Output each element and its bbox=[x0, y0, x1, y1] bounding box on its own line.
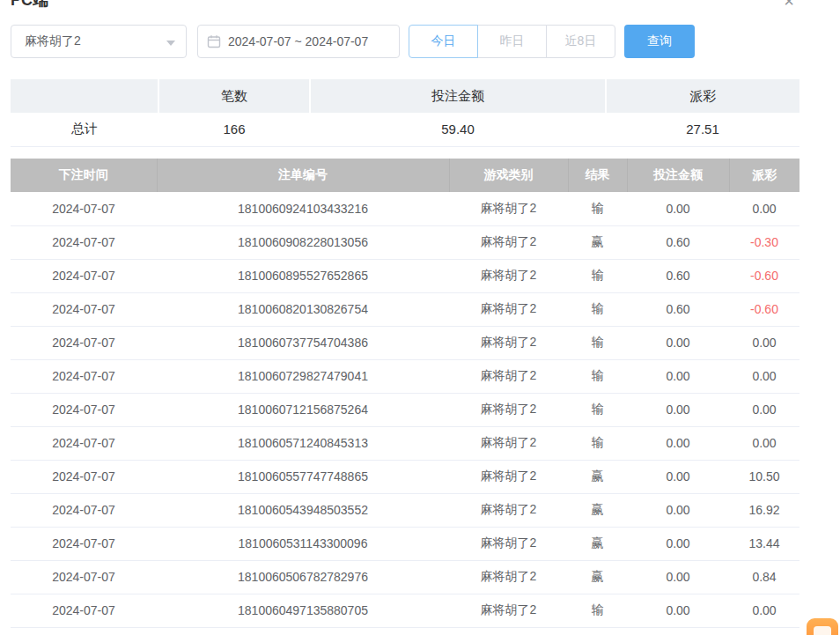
summary-header-row: 笔数 投注金额 派彩 bbox=[11, 79, 799, 113]
order-id-cell: 1810060506782782976 bbox=[157, 560, 449, 594]
bet-amount-cell: 0.00 bbox=[627, 493, 729, 527]
game-select-value: 麻将胡了2 bbox=[25, 33, 81, 49]
game-select[interactable]: 麻将胡了2 bbox=[11, 25, 187, 58]
order-id-cell: 1810060729827479041 bbox=[157, 359, 449, 393]
yesterday-button[interactable]: 昨日 bbox=[477, 25, 547, 58]
bet-time-cell: 2024-07-07 bbox=[11, 192, 157, 225]
game-type-cell: 麻将胡了2 bbox=[449, 460, 568, 493]
result-cell: 输 bbox=[568, 594, 627, 627]
table-row: 2024-07-071810060737754704386麻将胡了2输0.000… bbox=[11, 326, 799, 359]
result-cell: 输 bbox=[568, 192, 627, 225]
filter-bar: 麻将胡了2 2024-07-07 ~ 2024-07-07 今日 昨日 近8日 … bbox=[11, 25, 695, 58]
bet-records-panel: PC端 × 麻将胡了2 2024-07-07 ~ 2024-07-07 今日 昨… bbox=[0, 0, 840, 635]
search-button[interactable]: 查询 bbox=[624, 25, 695, 58]
bet-time-cell: 2024-07-07 bbox=[11, 426, 157, 460]
last8days-button[interactable]: 近8日 bbox=[546, 25, 615, 58]
result-cell: 输 bbox=[568, 259, 627, 292]
bet-time-cell: 2024-07-07 bbox=[11, 326, 157, 359]
summary-header-blank bbox=[11, 79, 158, 113]
summary-header-bet-amount: 投注金额 bbox=[310, 79, 606, 113]
table-row: 2024-07-071810060820130826754麻将胡了2输0.60-… bbox=[11, 292, 799, 326]
header-game-type: 游戏类别 bbox=[449, 159, 568, 192]
bet-time-cell: 2024-07-07 bbox=[11, 527, 157, 560]
close-icon[interactable]: × bbox=[784, 0, 794, 10]
bet-table-body: 2024-07-071810060924103433216麻将胡了2输0.000… bbox=[11, 192, 799, 627]
payout-cell: 0.00 bbox=[729, 393, 799, 426]
payout-cell: 0.00 bbox=[729, 192, 799, 225]
bet-amount-cell: 0.00 bbox=[627, 393, 729, 426]
payout-cell: -0.60 bbox=[729, 292, 799, 326]
customer-service-float-icon[interactable] bbox=[807, 618, 838, 635]
table-row: 2024-07-071810060531143300096麻将胡了2赢0.001… bbox=[11, 527, 799, 560]
table-row: 2024-07-071810060571240845313麻将胡了2输0.000… bbox=[11, 426, 799, 460]
result-cell: 输 bbox=[568, 292, 627, 326]
summary-total-bet-amount: 59.40 bbox=[310, 113, 606, 146]
summary-total-count: 166 bbox=[158, 113, 310, 146]
result-cell: 输 bbox=[568, 426, 627, 460]
table-row: 2024-07-071810060506782782976麻将胡了2赢0.000… bbox=[11, 560, 799, 594]
table-row: 2024-07-071810060497135880705麻将胡了2输0.000… bbox=[11, 594, 799, 627]
bet-time-cell: 2024-07-07 bbox=[11, 225, 157, 259]
game-type-cell: 麻将胡了2 bbox=[449, 393, 568, 426]
table-row: 2024-07-071810060543948503552麻将胡了2赢0.001… bbox=[11, 493, 799, 527]
game-type-cell: 麻将胡了2 bbox=[449, 560, 568, 594]
game-type-cell: 麻将胡了2 bbox=[449, 326, 568, 359]
bet-table-header-row: 下注时间 注单编号 游戏类别 结果 投注金额 派彩 bbox=[11, 159, 799, 192]
header-bet-time: 下注时间 bbox=[11, 159, 157, 192]
summary-total-payout: 27.51 bbox=[606, 113, 799, 146]
bet-amount-cell: 0.00 bbox=[627, 359, 729, 393]
result-cell: 赢 bbox=[568, 225, 627, 259]
today-button[interactable]: 今日 bbox=[409, 25, 478, 58]
result-cell: 输 bbox=[568, 326, 627, 359]
payout-cell: 0.00 bbox=[729, 359, 799, 393]
payout-cell: 16.92 bbox=[729, 493, 799, 527]
date-range-value: 2024-07-07 ~ 2024-07-07 bbox=[228, 34, 368, 48]
table-row: 2024-07-071810060895527652865麻将胡了2输0.60-… bbox=[11, 259, 799, 292]
table-row: 2024-07-071810060729827479041麻将胡了2输0.000… bbox=[11, 359, 799, 393]
game-type-cell: 麻将胡了2 bbox=[449, 493, 568, 527]
summary-total-label: 总计 bbox=[11, 113, 158, 146]
summary-total-row: 总计 166 59.40 27.51 bbox=[11, 113, 799, 146]
table-row: 2024-07-071810060924103433216麻将胡了2输0.000… bbox=[11, 192, 799, 225]
summary-header-payout: 派彩 bbox=[606, 79, 799, 113]
summary-table: 笔数 投注金额 派彩 总计 166 59.40 27.51 bbox=[11, 79, 799, 147]
date-range-picker[interactable]: 2024-07-07 ~ 2024-07-07 bbox=[197, 25, 400, 58]
order-id-cell: 1810060712156875264 bbox=[157, 393, 449, 426]
bet-amount-cell: 0.00 bbox=[627, 426, 729, 460]
result-cell: 输 bbox=[568, 393, 627, 426]
header-bet-amount: 投注金额 bbox=[627, 159, 729, 192]
bet-amount-cell: 0.00 bbox=[627, 192, 729, 225]
result-cell: 赢 bbox=[568, 527, 627, 560]
bet-time-cell: 2024-07-07 bbox=[11, 359, 157, 393]
bet-time-cell: 2024-07-07 bbox=[11, 560, 157, 594]
bet-amount-cell: 0.00 bbox=[627, 594, 729, 627]
order-id-cell: 1810060497135880705 bbox=[157, 594, 449, 627]
bet-time-cell: 2024-07-07 bbox=[11, 493, 157, 527]
order-id-cell: 1810060895527652865 bbox=[157, 259, 449, 292]
order-id-cell: 1810060557747748865 bbox=[157, 460, 449, 493]
calendar-icon bbox=[207, 34, 221, 48]
result-cell: 赢 bbox=[568, 560, 627, 594]
bet-time-cell: 2024-07-07 bbox=[11, 594, 157, 627]
bet-amount-cell: 0.60 bbox=[627, 292, 729, 326]
payout-cell: 0.00 bbox=[729, 426, 799, 460]
payout-cell: 10.50 bbox=[729, 460, 799, 493]
game-type-cell: 麻将胡了2 bbox=[449, 225, 568, 259]
bet-amount-cell: 0.00 bbox=[627, 560, 729, 594]
order-id-cell: 1810060737754704386 bbox=[157, 326, 449, 359]
bet-amount-cell: 0.00 bbox=[627, 527, 729, 560]
payout-cell: -0.30 bbox=[729, 225, 799, 259]
bet-time-cell: 2024-07-07 bbox=[11, 292, 157, 326]
bet-amount-cell: 0.00 bbox=[627, 326, 729, 359]
game-type-cell: 麻将胡了2 bbox=[449, 426, 568, 460]
game-type-cell: 麻将胡了2 bbox=[449, 259, 568, 292]
payout-cell: 0.00 bbox=[729, 326, 799, 359]
page-title: PC端 bbox=[11, 0, 48, 11]
result-cell: 输 bbox=[568, 359, 627, 393]
order-id-cell: 1810060571240845313 bbox=[157, 426, 449, 460]
table-row: 2024-07-071810060908228013056麻将胡了2赢0.60-… bbox=[11, 225, 799, 259]
payout-cell: 0.00 bbox=[729, 594, 799, 627]
summary-header-count: 笔数 bbox=[158, 79, 310, 113]
table-row: 2024-07-071810060712156875264麻将胡了2输0.000… bbox=[11, 393, 799, 426]
order-id-cell: 1810060908228013056 bbox=[157, 225, 449, 259]
